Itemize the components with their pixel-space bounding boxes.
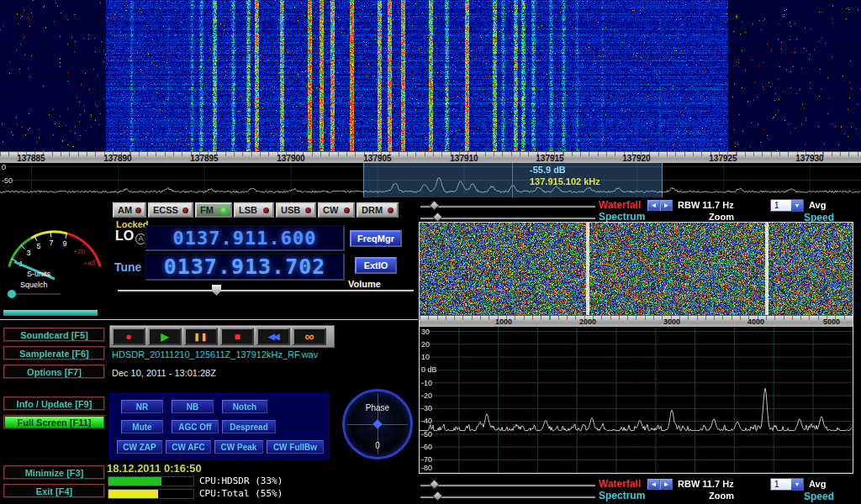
avg-combo-top[interactable]: 1 ▼ <box>770 199 804 212</box>
nr-button[interactable]: NR <box>121 400 163 413</box>
cw-fullbw-button[interactable]: CW FullBw <box>267 440 324 454</box>
record-button[interactable]: ● <box>112 328 145 345</box>
dropdown-arrow-icon[interactable]: ▼ <box>791 200 803 211</box>
recording-file-date: Dec 10, 2011 - 13:01:28Z <box>112 368 216 378</box>
nb-button[interactable]: NB <box>172 400 214 413</box>
samplerate-button[interactable]: Samplerate [F6] <box>3 346 105 360</box>
waterfall-adjust-slider-top[interactable] <box>420 202 595 210</box>
extio-button[interactable]: ExtIO <box>355 257 397 274</box>
dropdown-arrow-icon[interactable]: ▼ <box>791 479 803 490</box>
phase-indicator[interactable]: Phase 0 <box>342 389 413 459</box>
freq-scale-label: 137900 <box>266 154 316 163</box>
audio-db-label: 10 <box>421 353 430 361</box>
audio-db-label: 0 dB <box>421 365 437 374</box>
main-frequency-scale[interactable]: 137885 137890 137895 137900 137905 13791… <box>0 151 861 163</box>
loop-button[interactable]: ∞ <box>293 328 326 345</box>
slider-handle[interactable] <box>432 491 443 501</box>
waterfall-adjust-slider-bottom[interactable] <box>420 480 595 489</box>
spin-left-icon[interactable]: ◄ <box>647 200 660 211</box>
slider-handle[interactable] <box>432 212 443 223</box>
cpu-hdsdr-bar <box>108 476 194 486</box>
display-spinner-bottom[interactable]: ◄ ► <box>647 479 673 490</box>
playback-toolbar: ● ▶ ❚❚ ■ ◀◀ ∞ <box>109 325 335 348</box>
avg-label-bottom: Avg <box>809 479 826 489</box>
tune-frequency-display[interactable]: 0137.913.702 <box>145 253 345 281</box>
spectrum-label-top[interactable]: Spectrum <box>599 211 645 223</box>
volume-slider-track[interactable] <box>118 290 414 292</box>
mode-button-cw[interactable]: CW <box>318 202 355 218</box>
audio-waterfall-display[interactable] <box>420 223 853 315</box>
mute-button[interactable]: Mute <box>121 420 163 433</box>
mode-button-am[interactable]: AM <box>113 202 146 218</box>
minimize-button[interactable]: Minimize [F3] <box>3 465 105 480</box>
mode-button-fm[interactable]: FM <box>195 202 232 218</box>
cpu-total-bar-fill <box>108 490 158 498</box>
waterfall-label-bottom[interactable]: Waterfall <box>599 478 641 490</box>
audio-freq-label: 1000 <box>483 318 525 326</box>
cursor-frequency-value: 137.915.102 kHz <box>530 176 600 187</box>
mode-button-ecss[interactable]: ECSS <box>148 202 193 218</box>
zoom-band-highlight[interactable] <box>363 163 663 197</box>
cursor-db-value: -55.9 dB <box>530 164 600 176</box>
audio-spectrum-display[interactable]: 30 20 10 0 dB -10 -20 -30 -40 -50 -60 -7… <box>420 327 853 473</box>
audio-frequency-scale[interactable]: 1000 2000 3000 4000 5000 <box>420 315 853 327</box>
info-update-button[interactable]: Info / Update [F9] <box>3 396 105 411</box>
options-button[interactable]: Options [F7] <box>3 365 105 379</box>
waterfall-label-top[interactable]: Waterfall <box>599 199 641 211</box>
main-spectrum-display[interactable]: 0 -50 -55.9 dB 137.915.102 kHz <box>0 163 861 197</box>
pause-button[interactable]: ❚❚ <box>184 328 218 345</box>
cpu-total-label: CPU:Total (55%) <box>199 488 283 499</box>
agc-button[interactable]: AGC Off <box>172 420 219 433</box>
slider-handle[interactable] <box>429 200 440 211</box>
rbw-label-bottom: RBW 11.7 Hz <box>678 479 734 489</box>
mode-button-usb[interactable]: USB <box>276 202 316 218</box>
smeter-tick-label: 9 <box>62 239 66 248</box>
cw-afc-button[interactable]: CW AFC <box>166 440 211 454</box>
freq-scale-label: 137885 <box>6 154 56 163</box>
exit-button[interactable]: Exit [F4] <box>3 484 105 498</box>
cw-peak-button[interactable]: CW Peak <box>214 440 263 454</box>
mode-label: ECSS <box>153 205 178 215</box>
audio-db-label: -70 <box>421 455 432 464</box>
mode-button-row: AM ECSS FM LSB USB CW DRM <box>113 202 399 218</box>
right-display-panel: 1000 2000 3000 4000 5000 30 20 10 0 dB -… <box>419 222 853 474</box>
mode-button-drm[interactable]: DRM <box>357 202 399 218</box>
spin-right-icon[interactable]: ► <box>660 479 673 490</box>
volume-slider-handle[interactable] <box>212 285 221 296</box>
spin-right-icon[interactable]: ► <box>660 200 673 211</box>
rewind-button[interactable]: ◀◀ <box>256 328 290 345</box>
spin-left-icon[interactable]: ◄ <box>647 479 660 490</box>
smeter-tick-label: +20 <box>73 248 85 255</box>
notch-button[interactable]: Notch <box>222 400 267 413</box>
signal-level-bar <box>3 310 98 316</box>
main-waterfall-display[interactable] <box>0 0 861 151</box>
stop-button[interactable]: ■ <box>220 328 254 345</box>
mode-label: AM <box>118 205 132 215</box>
avg-combo-bottom[interactable]: 1 ▼ <box>770 478 804 491</box>
led-icon <box>388 207 394 213</box>
cpu-total-bar <box>108 489 194 499</box>
display-spinner-top[interactable]: ◄ ► <box>647 200 673 211</box>
smeter-tick-label: 5 <box>36 242 40 250</box>
hdsdr-app: 137885 137890 137895 137900 137905 13791… <box>0 0 861 504</box>
spectrum-label-bottom[interactable]: Spectrum <box>599 490 645 501</box>
led-icon <box>344 207 350 213</box>
tune-label: Tune <box>114 260 141 274</box>
freqmgr-button[interactable]: FreqMgr <box>350 230 402 247</box>
mode-button-lsb[interactable]: LSB <box>234 202 274 218</box>
mode-label: FM <box>200 205 214 215</box>
zoom-slider-bottom[interactable] <box>420 492 595 501</box>
cw-zap-button[interactable]: CW ZAP <box>117 440 162 454</box>
smeter-units-label: S-units <box>27 270 51 278</box>
squelch-slider-handle[interactable] <box>8 290 16 298</box>
zoom-label-bottom: Zoom <box>709 491 734 501</box>
slider-handle[interactable] <box>429 479 440 490</box>
freq-scale-label: 137890 <box>92 154 143 163</box>
play-button[interactable]: ▶ <box>148 328 182 345</box>
soundcard-button[interactable]: Soundcard [F5] <box>3 328 105 342</box>
slider-track <box>420 484 595 486</box>
fullscreen-button[interactable]: Full Screen [F11] <box>3 415 105 429</box>
lo-frequency-display[interactable]: 0137.911.600 <box>145 225 345 251</box>
zoom-slider-top[interactable] <box>420 213 595 222</box>
despread-button[interactable]: Despread <box>222 420 276 433</box>
